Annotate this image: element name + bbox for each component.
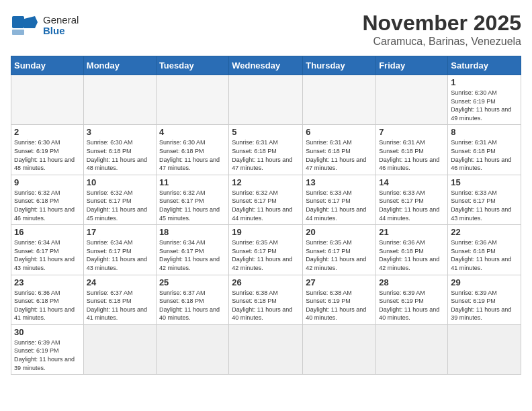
calendar-header-row: SundayMondayTuesdayWednesdayThursdayFrid… bbox=[11, 56, 521, 75]
day-number: 30 bbox=[14, 327, 81, 337]
day-info: Sunrise: 6:38 AM Sunset: 6:18 PM Dayligh… bbox=[232, 289, 300, 322]
calendar-cell: 7Sunrise: 6:31 AM Sunset: 6:18 PM Daylig… bbox=[376, 125, 448, 175]
calendar-cell: 21Sunrise: 6:36 AM Sunset: 6:18 PM Dayli… bbox=[376, 225, 448, 275]
day-info: Sunrise: 6:32 AM Sunset: 6:18 PM Dayligh… bbox=[14, 189, 81, 222]
month-title: November 2025 bbox=[362, 11, 521, 36]
calendar-cell: 5Sunrise: 6:31 AM Sunset: 6:18 PM Daylig… bbox=[229, 125, 303, 175]
svg-rect-0 bbox=[12, 16, 24, 28]
calendar-cell: 16Sunrise: 6:34 AM Sunset: 6:17 PM Dayli… bbox=[11, 225, 84, 275]
calendar-cell bbox=[448, 324, 521, 374]
day-number: 5 bbox=[232, 127, 300, 137]
calendar-cell bbox=[83, 324, 156, 374]
calendar-cell bbox=[83, 75, 156, 125]
day-info: Sunrise: 6:33 AM Sunset: 6:17 PM Dayligh… bbox=[306, 189, 373, 222]
day-header-tuesday: Tuesday bbox=[156, 56, 228, 75]
calendar-cell: 17Sunrise: 6:34 AM Sunset: 6:17 PM Dayli… bbox=[83, 225, 156, 275]
day-number: 26 bbox=[232, 277, 300, 287]
calendar-cell: 27Sunrise: 6:38 AM Sunset: 6:19 PM Dayli… bbox=[303, 275, 376, 324]
logo-label: General Blue bbox=[43, 15, 79, 37]
day-number: 16 bbox=[14, 227, 81, 237]
calendar-cell: 1Sunrise: 6:30 AM Sunset: 6:19 PM Daylig… bbox=[448, 75, 521, 125]
logo-blue-text: Blue bbox=[43, 26, 79, 37]
calendar-cell: 26Sunrise: 6:38 AM Sunset: 6:18 PM Dayli… bbox=[229, 275, 303, 324]
day-info: Sunrise: 6:32 AM Sunset: 6:17 PM Dayligh… bbox=[87, 189, 153, 222]
calendar-cell: 22Sunrise: 6:36 AM Sunset: 6:18 PM Dayli… bbox=[448, 225, 521, 275]
calendar-cell: 10Sunrise: 6:32 AM Sunset: 6:17 PM Dayli… bbox=[83, 175, 156, 224]
day-info: Sunrise: 6:39 AM Sunset: 6:19 PM Dayligh… bbox=[14, 338, 81, 372]
day-info: Sunrise: 6:31 AM Sunset: 6:18 PM Dayligh… bbox=[451, 138, 518, 172]
day-number: 7 bbox=[379, 127, 445, 137]
day-number: 25 bbox=[159, 277, 226, 287]
day-info: Sunrise: 6:33 AM Sunset: 6:17 PM Dayligh… bbox=[451, 189, 518, 222]
calendar-cell: 3Sunrise: 6:30 AM Sunset: 6:18 PM Daylig… bbox=[83, 125, 156, 175]
day-number: 11 bbox=[159, 177, 226, 187]
day-info: Sunrise: 6:36 AM Sunset: 6:18 PM Dayligh… bbox=[451, 238, 518, 272]
calendar-week-5: 23Sunrise: 6:36 AM Sunset: 6:18 PM Dayli… bbox=[11, 275, 521, 324]
svg-rect-2 bbox=[12, 30, 24, 35]
day-info: Sunrise: 6:31 AM Sunset: 6:18 PM Dayligh… bbox=[306, 138, 373, 172]
calendar-cell: 14Sunrise: 6:33 AM Sunset: 6:17 PM Dayli… bbox=[376, 175, 448, 224]
calendar-cell: 20Sunrise: 6:35 AM Sunset: 6:17 PM Dayli… bbox=[303, 225, 376, 275]
calendar-week-4: 16Sunrise: 6:34 AM Sunset: 6:17 PM Dayli… bbox=[11, 225, 521, 275]
day-info: Sunrise: 6:39 AM Sunset: 6:19 PM Dayligh… bbox=[451, 289, 518, 322]
day-info: Sunrise: 6:39 AM Sunset: 6:19 PM Dayligh… bbox=[379, 289, 445, 322]
calendar-table: SundayMondayTuesdayWednesdayThursdayFrid… bbox=[11, 56, 521, 375]
calendar-week-2: 2Sunrise: 6:30 AM Sunset: 6:19 PM Daylig… bbox=[11, 125, 521, 175]
day-info: Sunrise: 6:36 AM Sunset: 6:18 PM Dayligh… bbox=[379, 238, 445, 272]
logo-icon bbox=[11, 11, 40, 40]
day-info: Sunrise: 6:36 AM Sunset: 6:18 PM Dayligh… bbox=[14, 289, 81, 322]
page-header: General Blue November 2025 Caramuca, Bar… bbox=[11, 11, 521, 48]
day-header-friday: Friday bbox=[376, 56, 448, 75]
calendar-week-3: 9Sunrise: 6:32 AM Sunset: 6:18 PM Daylig… bbox=[11, 175, 521, 224]
calendar-cell: 2Sunrise: 6:30 AM Sunset: 6:19 PM Daylig… bbox=[11, 125, 84, 175]
calendar-cell: 13Sunrise: 6:33 AM Sunset: 6:17 PM Dayli… bbox=[303, 175, 376, 224]
calendar-cell: 12Sunrise: 6:32 AM Sunset: 6:17 PM Dayli… bbox=[229, 175, 303, 224]
day-number: 17 bbox=[87, 227, 153, 237]
day-header-wednesday: Wednesday bbox=[229, 56, 303, 75]
svg-marker-1 bbox=[24, 16, 38, 28]
calendar-cell: 25Sunrise: 6:37 AM Sunset: 6:18 PM Dayli… bbox=[156, 275, 228, 324]
day-number: 2 bbox=[14, 127, 81, 137]
day-info: Sunrise: 6:34 AM Sunset: 6:17 PM Dayligh… bbox=[87, 238, 153, 272]
day-info: Sunrise: 6:34 AM Sunset: 6:17 PM Dayligh… bbox=[159, 238, 226, 272]
logo: General Blue bbox=[11, 11, 79, 40]
day-number: 24 bbox=[87, 277, 153, 287]
day-header-sunday: Sunday bbox=[11, 56, 84, 75]
day-header-thursday: Thursday bbox=[303, 56, 376, 75]
day-header-monday: Monday bbox=[83, 56, 156, 75]
calendar-cell bbox=[376, 75, 448, 125]
day-number: 10 bbox=[87, 177, 153, 187]
day-info: Sunrise: 6:30 AM Sunset: 6:19 PM Dayligh… bbox=[14, 138, 81, 172]
day-info: Sunrise: 6:33 AM Sunset: 6:17 PM Dayligh… bbox=[379, 189, 445, 222]
day-info: Sunrise: 6:32 AM Sunset: 6:17 PM Dayligh… bbox=[159, 189, 226, 222]
day-number: 18 bbox=[159, 227, 226, 237]
calendar-cell bbox=[229, 75, 303, 125]
day-number: 19 bbox=[232, 227, 300, 237]
calendar-cell: 8Sunrise: 6:31 AM Sunset: 6:18 PM Daylig… bbox=[448, 125, 521, 175]
calendar-cell bbox=[229, 324, 303, 374]
day-number: 22 bbox=[451, 227, 518, 237]
day-number: 13 bbox=[306, 177, 373, 187]
calendar-cell: 4Sunrise: 6:30 AM Sunset: 6:18 PM Daylig… bbox=[156, 125, 228, 175]
day-info: Sunrise: 6:35 AM Sunset: 6:17 PM Dayligh… bbox=[232, 238, 300, 272]
calendar-cell: 11Sunrise: 6:32 AM Sunset: 6:17 PM Dayli… bbox=[156, 175, 228, 224]
calendar-week-6: 30Sunrise: 6:39 AM Sunset: 6:19 PM Dayli… bbox=[11, 324, 521, 374]
day-number: 12 bbox=[232, 177, 300, 187]
day-info: Sunrise: 6:31 AM Sunset: 6:18 PM Dayligh… bbox=[379, 138, 445, 172]
day-info: Sunrise: 6:30 AM Sunset: 6:18 PM Dayligh… bbox=[159, 138, 226, 172]
day-info: Sunrise: 6:30 AM Sunset: 6:19 PM Dayligh… bbox=[451, 89, 518, 122]
day-info: Sunrise: 6:38 AM Sunset: 6:19 PM Dayligh… bbox=[306, 289, 373, 322]
day-number: 6 bbox=[306, 127, 373, 137]
day-number: 20 bbox=[306, 227, 373, 237]
title-area: November 2025 Caramuca, Barinas, Venezue… bbox=[362, 11, 521, 48]
calendar-cell: 9Sunrise: 6:32 AM Sunset: 6:18 PM Daylig… bbox=[11, 175, 84, 224]
day-info: Sunrise: 6:34 AM Sunset: 6:17 PM Dayligh… bbox=[14, 238, 81, 272]
calendar-cell bbox=[11, 75, 84, 125]
day-number: 21 bbox=[379, 227, 445, 237]
day-number: 8 bbox=[451, 127, 518, 137]
calendar-cell: 23Sunrise: 6:36 AM Sunset: 6:18 PM Dayli… bbox=[11, 275, 84, 324]
calendar-cell: 19Sunrise: 6:35 AM Sunset: 6:17 PM Dayli… bbox=[229, 225, 303, 275]
calendar-cell bbox=[156, 75, 228, 125]
day-number: 3 bbox=[87, 127, 153, 137]
day-info: Sunrise: 6:35 AM Sunset: 6:17 PM Dayligh… bbox=[306, 238, 373, 272]
